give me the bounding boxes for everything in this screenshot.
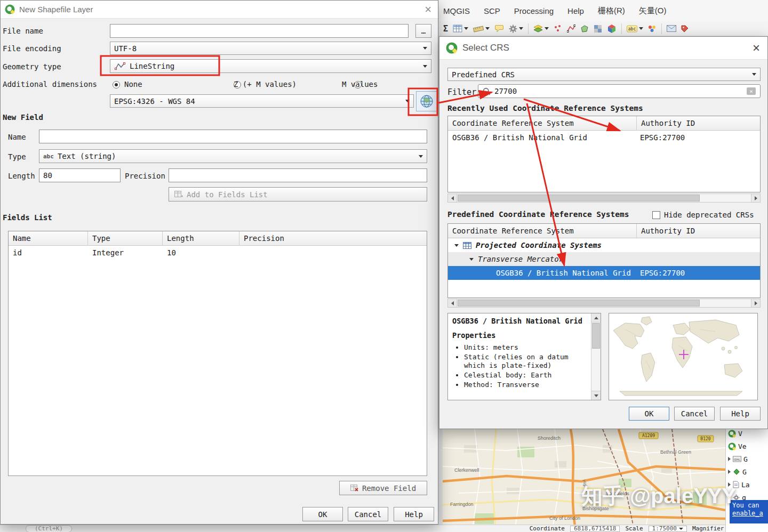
locator-search[interactable]: (Ctrl+K) (26, 525, 72, 532)
dim-none-radio[interactable] (113, 81, 120, 88)
browser-item[interactable]: GDAL G (726, 453, 768, 465)
ok-button[interactable]: OK (302, 507, 343, 521)
field-name-input[interactable] (39, 130, 427, 143)
menu-vector[interactable]: 矢量(O) (639, 6, 667, 16)
table-row[interactable]: id Integer 10 (9, 246, 427, 260)
measure-icon[interactable] (473, 25, 490, 33)
menu-mqgis[interactable]: MQGIS (443, 6, 470, 15)
column-header-authority[interactable]: Authority ID (637, 224, 760, 238)
ok-button[interactable]: OK (629, 407, 669, 421)
scroll-down-button[interactable] (591, 391, 601, 400)
ellipsis-icon: … (421, 27, 426, 35)
scroll-left-button[interactable] (448, 299, 457, 307)
status-bar: (Ctrl+K) Coordinate 6818,6715418 Scale 1… (0, 525, 768, 532)
file-name-input[interactable] (110, 24, 409, 38)
field-length-input[interactable]: 80 (39, 168, 121, 182)
tree-subgroup-row[interactable]: Transverse Mercator (448, 252, 760, 266)
dialog-titlebar[interactable]: Select CRS × (439, 37, 767, 60)
menu-scp[interactable]: SCP (484, 6, 500, 15)
horizontal-scrollbar[interactable] (447, 194, 761, 203)
add-field-icon (174, 191, 183, 198)
horizontal-scrollbar[interactable] (447, 299, 761, 308)
close-icon[interactable]: × (753, 42, 760, 54)
attribute-table-icon[interactable] (453, 25, 468, 33)
geometry-type-combobox[interactable]: LineString (110, 59, 431, 73)
toolbar-separator (528, 23, 529, 34)
field-precision-input[interactable] (169, 168, 427, 182)
chevron-down-icon (423, 65, 427, 68)
vertical-scrollbar[interactable] (591, 313, 601, 400)
browse-button[interactable]: … (415, 24, 431, 38)
column-header-type[interactable]: Type (88, 231, 163, 246)
column-header-name[interactable]: Name (9, 231, 88, 246)
browser-item[interactable]: G (726, 465, 768, 478)
filter-value: 27700 (494, 87, 517, 95)
magnifier-label: Magnifier (692, 525, 724, 532)
expand-icon[interactable] (728, 457, 731, 461)
column-header-crs[interactable]: Coordinate Reference System (448, 224, 637, 238)
select-crs-button[interactable] (416, 91, 437, 111)
hide-deprecated-label[interactable]: Hide deprecated CRSs (664, 211, 754, 219)
clear-filter-icon[interactable]: × (747, 87, 756, 95)
expand-icon[interactable] (728, 470, 731, 474)
map-tips-icon[interactable] (494, 25, 504, 33)
help-button[interactable]: Help (394, 507, 434, 521)
scrollbar-thumb[interactable] (592, 323, 600, 349)
labels-icon[interactable]: abc (627, 25, 643, 33)
scroll-right-button[interactable] (751, 194, 760, 202)
selected-crs-row[interactable]: OSGB36 / British National Grid EPSG:2770… (448, 266, 760, 280)
table-row[interactable]: OSGB36 / British National Grid EPSG:2770… (448, 131, 760, 144)
file-encoding-combobox[interactable]: UTF-8 (110, 42, 431, 55)
annotation-tag-icon[interactable] (681, 25, 689, 33)
globe-crs-icon (420, 94, 434, 108)
tooltip-link[interactable]: enable_a (732, 510, 765, 518)
tree-group-row[interactable]: Projected Coordinate Systems (448, 238, 760, 252)
3d-cube-icon[interactable] (607, 24, 617, 34)
map-canvas[interactable]: A1209 B120 Shoreditch Bethnal Green Cler… (443, 429, 725, 532)
collapse-icon[interactable] (469, 258, 474, 261)
dialog-titlebar[interactable]: New Shapefile Layer × (1, 1, 438, 19)
filter-input[interactable]: 27700 × (478, 84, 761, 98)
column-header-crs[interactable]: Coordinate Reference System (448, 116, 637, 131)
help-button[interactable]: Help (720, 407, 761, 421)
add-to-fields-list-button[interactable]: Add to Fields List (169, 187, 427, 201)
menu-raster[interactable]: 栅格(R) (598, 6, 625, 16)
collapse-icon[interactable] (454, 244, 459, 247)
menu-help[interactable]: Help (567, 6, 584, 15)
mail-icon[interactable] (667, 25, 676, 32)
scrollbar-thumb[interactable] (458, 300, 700, 307)
crs-mode-combobox[interactable]: Predefined CRS (447, 68, 761, 81)
cancel-button[interactable]: Cancel (674, 407, 715, 421)
browser-item[interactable]: Ve (726, 440, 768, 453)
field-type-combobox[interactable]: abc Text (string) (39, 149, 427, 163)
processing-gear-icon[interactable] (509, 25, 523, 33)
close-icon[interactable]: × (425, 4, 431, 15)
vector-line-layer-icon[interactable] (567, 25, 575, 33)
menu-processing[interactable]: Processing (514, 6, 554, 15)
diagram-icon[interactable] (648, 25, 657, 33)
statistics-icon[interactable]: Σ (443, 24, 448, 34)
vector-polygon-layer-icon[interactable] (580, 25, 589, 33)
column-header-authority[interactable]: Authority ID (637, 116, 760, 131)
dim-none-label[interactable]: None (124, 80, 142, 88)
hide-deprecated-checkbox[interactable] (652, 211, 660, 219)
raster-layer-icon[interactable] (594, 25, 602, 33)
dim-z-label[interactable]: Z (+ M values) (234, 80, 297, 88)
fields-list-table: Name Type Length Precision id Integer 10 (8, 231, 427, 476)
column-header-length[interactable]: Length (163, 231, 239, 246)
cancel-button[interactable]: Cancel (348, 507, 388, 521)
scroll-up-button[interactable] (591, 313, 601, 323)
new-layer-icon[interactable] (533, 25, 549, 33)
scroll-left-button[interactable] (448, 194, 457, 202)
crs-combobox[interactable]: EPSG:4326 - WGS 84 (110, 94, 414, 108)
coordinate-value[interactable]: 6818,6715418 (570, 526, 620, 532)
remove-field-button[interactable]: Remove Field (339, 481, 427, 495)
scale-combobox[interactable]: 1:75000 (649, 526, 687, 532)
vector-point-layer-icon[interactable] (554, 25, 562, 33)
dim-m-label[interactable]: M values (342, 80, 378, 88)
recent-crs-section-title: Recently Used Coordinate Reference Syste… (447, 104, 643, 112)
scroll-right-button[interactable] (751, 299, 760, 307)
menubar: MQGIS SCP Processing Help 栅格(R) 矢量(O) (439, 0, 768, 21)
scrollbar-thumb[interactable] (458, 195, 700, 201)
column-header-precision[interactable]: Precision (239, 231, 427, 246)
